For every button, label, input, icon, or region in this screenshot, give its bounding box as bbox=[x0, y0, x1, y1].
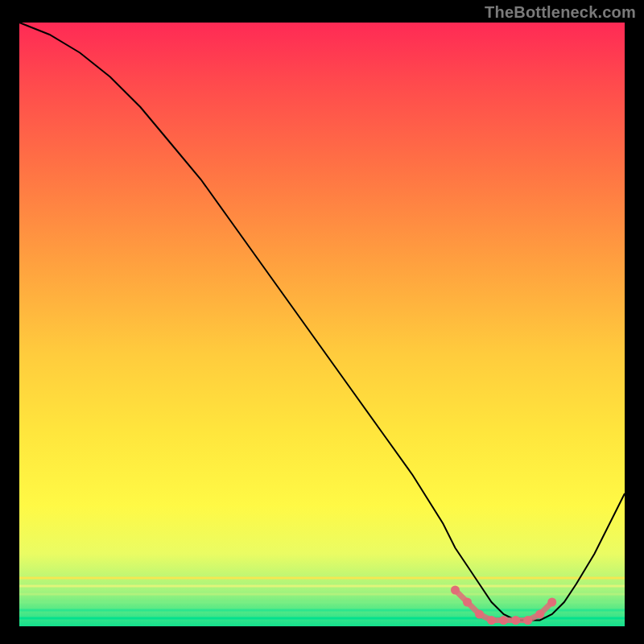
svg-point-19 bbox=[511, 616, 520, 625]
gradient-background bbox=[19, 23, 625, 626]
svg-point-15 bbox=[463, 598, 472, 607]
chart-container: TheBottleneck.com bbox=[0, 0, 644, 644]
svg-point-16 bbox=[475, 610, 484, 619]
svg-point-17 bbox=[487, 616, 496, 625]
svg-point-21 bbox=[535, 610, 544, 619]
svg-point-20 bbox=[523, 616, 532, 625]
svg-point-22 bbox=[547, 598, 556, 607]
svg-point-18 bbox=[499, 616, 508, 625]
bottleneck-chart bbox=[0, 0, 644, 644]
svg-point-14 bbox=[451, 586, 460, 595]
watermark-text: TheBottleneck.com bbox=[485, 3, 636, 22]
